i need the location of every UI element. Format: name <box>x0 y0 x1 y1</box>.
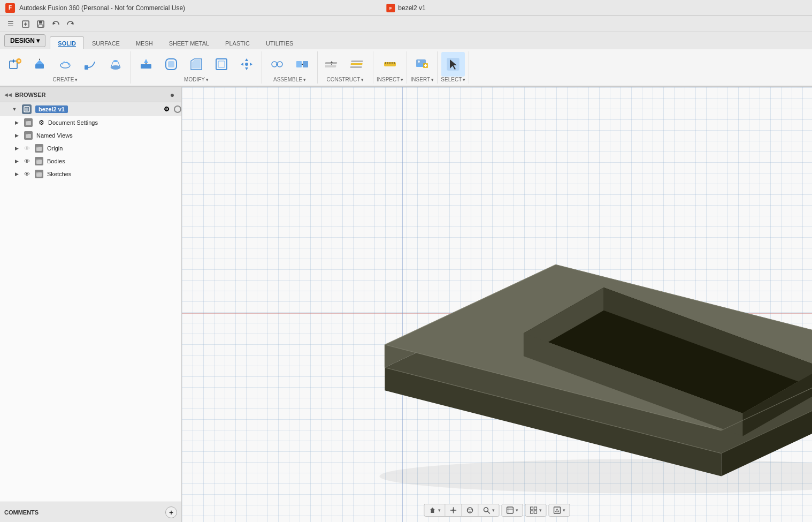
hamburger-menu-button[interactable]: ☰ <box>4 18 17 31</box>
sketches-arrow[interactable]: ▶ <box>13 170 20 178</box>
tab-mesh[interactable]: MESH <box>128 36 161 49</box>
display-chevron: ▾ <box>516 508 518 513</box>
create-tools: ✦ <box>3 51 127 77</box>
origin-label: Origin <box>47 145 63 152</box>
svg-rect-31 <box>216 59 227 70</box>
sketches-visibility[interactable]: 👁 <box>22 170 31 178</box>
modify-chevron: ▾ <box>206 77 209 82</box>
comments-add-button[interactable]: + <box>165 506 177 518</box>
svg-rect-101 <box>534 507 537 510</box>
construct-tools <box>321 51 370 77</box>
shell-button[interactable] <box>210 52 233 77</box>
title-bar: F Autodesk Fusion 360 (Personal - Not fo… <box>0 0 812 16</box>
offset-plane-button[interactable] <box>321 52 344 77</box>
move-button[interactable] <box>235 52 258 77</box>
new-component-button[interactable]: ✦ <box>3 52 27 77</box>
browser-pin-button[interactable]: ● <box>167 90 177 100</box>
view-settings-button[interactable]: ▾ <box>549 504 570 516</box>
root-circle <box>174 105 181 113</box>
insert-image-button[interactable] <box>410 52 434 77</box>
svg-rect-15 <box>35 64 44 69</box>
svg-line-96 <box>488 511 490 513</box>
modify-group-label: MODIFY ▾ <box>184 77 209 84</box>
zoom-view-button[interactable]: ▾ <box>479 504 499 516</box>
press-pull-icon <box>139 57 154 72</box>
inspect-group-label: INSPECT ▾ <box>377 77 403 84</box>
insert-image-icon <box>415 57 430 72</box>
orbit-view-button[interactable] <box>462 504 479 516</box>
pan-view-button[interactable] <box>446 504 462 516</box>
origin-arrow[interactable]: ▶ <box>13 145 20 152</box>
save-button[interactable] <box>34 18 47 31</box>
tab-utilities[interactable]: UTILITIES <box>258 36 301 49</box>
origin-visibility[interactable]: 👁 <box>22 144 31 153</box>
svg-marker-9 <box>71 22 73 25</box>
create-label: CREATE <box>53 77 74 82</box>
insert-label: INSERT <box>411 77 431 82</box>
browser-item-named-views[interactable]: ▶ Named Views <box>0 129 181 142</box>
browser-title: BROWSER <box>15 92 164 98</box>
display-mode-button[interactable]: ▾ <box>502 504 523 516</box>
tab-solid[interactable]: SOLID <box>50 36 84 49</box>
svg-point-20 <box>111 65 120 70</box>
redo-button[interactable] <box>64 18 77 31</box>
sweep-button[interactable] <box>79 52 102 77</box>
browser-item-origin[interactable]: ▶ 👁 Origin <box>0 142 181 155</box>
ribbon-group-select: SELECT ▾ <box>438 51 469 84</box>
measure-button[interactable] <box>378 52 402 77</box>
midplane-button[interactable] <box>346 52 370 77</box>
tab-surface[interactable]: SURFACE <box>84 36 128 49</box>
doc-settings-arrow[interactable]: ▶ <box>13 119 20 126</box>
rigid-group-button[interactable] <box>290 52 314 77</box>
root-settings[interactable]: ⚙ <box>164 105 170 113</box>
browser-item-doc-settings[interactable]: ▶ ⚙ Document Settings <box>0 116 181 129</box>
browser-item-sketches[interactable]: ▶ 👁 Sketches <box>0 168 181 180</box>
bodies-visibility[interactable]: 👁 <box>22 157 31 165</box>
fillet-button[interactable] <box>159 52 183 77</box>
quick-access-toolbar: ☰ <box>0 16 812 32</box>
svg-rect-103 <box>534 511 537 513</box>
toolbar-area: ☰ DESIGN ▾ SOLID SURFACE MESH SHEET META… <box>0 16 812 87</box>
named-views-arrow[interactable]: ▶ <box>13 132 20 139</box>
browser-item-bodies[interactable]: ▶ 👁 Bodies <box>0 155 181 168</box>
root-expand-arrow[interactable]: ▼ <box>11 105 18 113</box>
bodies-arrow[interactable]: ▶ <box>13 157 20 165</box>
chamfer-button[interactable] <box>185 52 208 77</box>
loft-button[interactable] <box>104 52 127 77</box>
svg-rect-102 <box>531 511 533 513</box>
app-icon: F <box>5 3 15 13</box>
select-group-label: SELECT ▾ <box>441 77 465 84</box>
extrude-button[interactable] <box>28 52 52 77</box>
viewport[interactable]: ▾ ▾ ▾ <box>182 87 812 522</box>
home-view-button[interactable]: ▾ <box>425 504 446 516</box>
new-button[interactable] <box>19 18 32 31</box>
svg-rect-19 <box>85 65 88 70</box>
modify-tools <box>134 51 258 77</box>
press-pull-button[interactable] <box>134 52 158 77</box>
extrude-icon <box>33 57 48 72</box>
svg-marker-47 <box>331 61 333 63</box>
select-button[interactable] <box>441 52 465 77</box>
joint-button[interactable] <box>265 52 289 77</box>
undo-button[interactable] <box>49 18 62 31</box>
browser-header: ◀◀ BROWSER ● <box>0 87 181 102</box>
design-mode-button[interactable]: DESIGN ▾ <box>4 34 45 47</box>
insert-chevron: ▾ <box>431 77 434 82</box>
tab-plastic[interactable]: PLASTIC <box>217 36 258 49</box>
svg-marker-30 <box>192 60 201 69</box>
svg-text:✦: ✦ <box>17 59 21 64</box>
browser-content: ▼ bezel2 v1 ⚙ ▶ ⚙ Document Settings ▶ <box>0 102 181 502</box>
joint-icon <box>270 57 285 72</box>
loft-icon <box>108 57 123 72</box>
svg-point-94 <box>468 509 473 511</box>
revolve-button[interactable] <box>53 52 77 77</box>
assemble-label: ASSEMBLE <box>273 77 302 82</box>
grid-button[interactable]: ▾ <box>526 504 546 516</box>
browser-root-item[interactable]: ▼ bezel2 v1 ⚙ <box>0 102 181 116</box>
tab-sheetmetal[interactable]: SHEET METAL <box>161 36 217 49</box>
ribbon-group-construct: CONSTRUCT ▾ <box>318 51 373 84</box>
grid-group: ▾ <box>525 504 547 517</box>
main-content: ◀◀ BROWSER ● ▼ bezel2 v1 ⚙ ▶ <box>0 87 812 522</box>
ribbon-tabs-row: DESIGN ▾ SOLID SURFACE MESH SHEET METAL … <box>0 32 812 49</box>
svg-rect-100 <box>531 507 533 510</box>
